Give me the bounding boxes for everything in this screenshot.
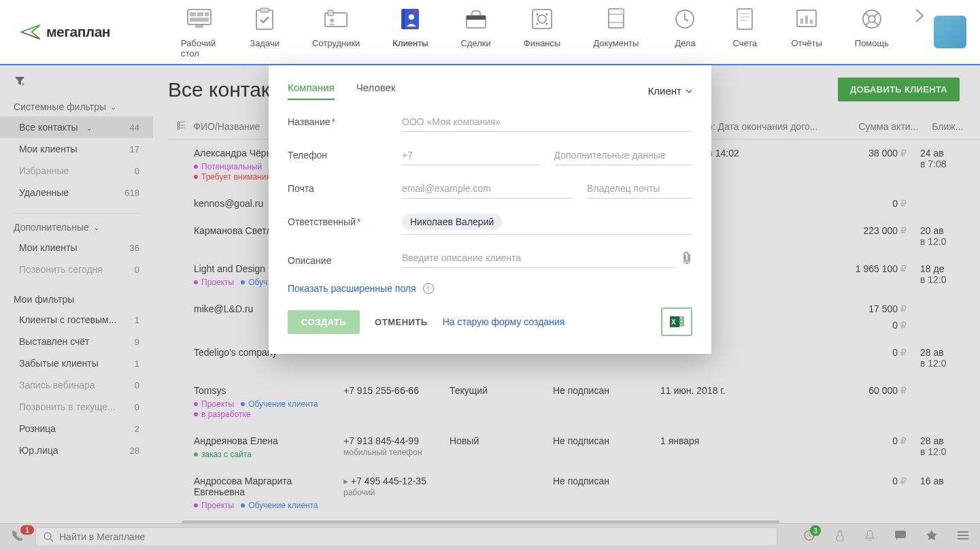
svg-rect-6 <box>256 10 273 29</box>
svg-rect-17 <box>533 10 552 29</box>
nav-affairs[interactable]: Дела <box>655 5 715 59</box>
email-input[interactable] <box>402 180 573 199</box>
cancel-button[interactable]: ОТМЕНИТЬ <box>375 317 428 327</box>
svg-rect-5 <box>195 25 203 28</box>
user-avatar[interactable] <box>934 16 966 48</box>
svg-point-31 <box>868 16 875 22</box>
excel-import-button[interactable]: X <box>661 307 692 336</box>
svg-point-10 <box>330 18 334 22</box>
nav-more[interactable] <box>905 5 934 59</box>
phone-extra-input[interactable] <box>554 147 693 165</box>
svg-point-18 <box>538 15 546 23</box>
finance-icon <box>528 5 556 33</box>
app-logo[interactable]: мегаплан <box>19 20 110 44</box>
excel-icon: X <box>669 314 684 329</box>
chevron-right-icon <box>913 5 926 26</box>
deals-icon <box>462 5 490 33</box>
company-name-input[interactable] <box>402 114 692 132</box>
svg-rect-4 <box>190 18 209 22</box>
reports-icon <box>793 5 820 33</box>
svg-point-22 <box>546 23 548 25</box>
svg-text:X: X <box>671 318 676 326</box>
clients-icon <box>396 5 424 33</box>
show-extended-fields-link[interactable]: Показать расширенные поля <box>288 283 416 294</box>
svg-rect-27 <box>800 18 803 24</box>
svg-rect-29 <box>810 20 813 24</box>
svg-rect-28 <box>805 16 808 24</box>
add-client-modal: Компания Человек Клиент Название* Телефо… <box>269 65 711 354</box>
svg-rect-9 <box>328 10 333 16</box>
employees-icon <box>322 5 350 33</box>
desktop-icon <box>186 5 213 33</box>
svg-point-30 <box>863 10 881 28</box>
nav-desktop[interactable]: Рабочий стол <box>165 5 233 59</box>
help-icon <box>858 5 885 33</box>
documents-icon <box>603 5 630 33</box>
info-icon[interactable]: ! <box>423 283 434 294</box>
nav-invoices[interactable]: Счета <box>715 5 775 59</box>
svg-rect-36 <box>679 320 683 322</box>
svg-point-14 <box>413 10 416 13</box>
attach-icon[interactable] <box>681 251 692 267</box>
svg-point-19 <box>537 14 539 16</box>
svg-point-13 <box>409 14 414 20</box>
modal-tab-company[interactable]: Компания <box>288 82 335 100</box>
svg-rect-1 <box>190 12 196 16</box>
clock-icon <box>671 5 698 33</box>
svg-rect-35 <box>679 317 683 319</box>
nav-deals[interactable]: Сделки <box>445 5 507 59</box>
svg-point-20 <box>546 14 548 16</box>
svg-rect-16 <box>467 16 486 20</box>
svg-rect-0 <box>188 10 211 24</box>
modal-tab-person[interactable]: Человек <box>356 82 396 100</box>
invoices-icon <box>731 5 758 33</box>
nav-tasks[interactable]: Задачи <box>233 5 296 59</box>
nav-help[interactable]: Помощь <box>839 5 905 59</box>
chevron-down-icon <box>686 89 692 93</box>
svg-rect-12 <box>403 9 405 29</box>
email-owner-input[interactable] <box>587 180 692 199</box>
svg-rect-37 <box>679 324 683 326</box>
svg-rect-25 <box>737 9 752 29</box>
app-header: мегаплан Рабочий стол Задачи Сотрудники … <box>0 0 980 65</box>
nav-reports[interactable]: Отчёты <box>775 5 838 59</box>
svg-rect-2 <box>197 12 203 16</box>
create-button[interactable]: СОЗДАТЬ <box>288 310 360 334</box>
logo-icon <box>19 20 42 44</box>
old-form-link[interactable]: На старую форму создания <box>443 316 565 327</box>
nav-clients[interactable]: Клиенты <box>376 5 444 59</box>
owner-chip[interactable]: Николаев Валерий <box>402 214 502 230</box>
modal-type-select[interactable]: Клиент <box>648 85 692 97</box>
svg-point-21 <box>537 23 539 25</box>
svg-rect-3 <box>205 12 209 16</box>
nav-finance[interactable]: Финансы <box>507 5 577 59</box>
logo-text: мегаплан <box>46 24 110 40</box>
tasks-icon <box>251 5 278 33</box>
main-nav: Рабочий стол Задачи Сотрудники Клиенты С… <box>165 5 934 59</box>
description-input[interactable] <box>402 250 676 268</box>
svg-rect-7 <box>260 8 269 12</box>
phone-input[interactable] <box>402 147 541 165</box>
nav-documents[interactable]: Документы <box>577 5 655 59</box>
nav-employees[interactable]: Сотрудники <box>296 5 376 59</box>
